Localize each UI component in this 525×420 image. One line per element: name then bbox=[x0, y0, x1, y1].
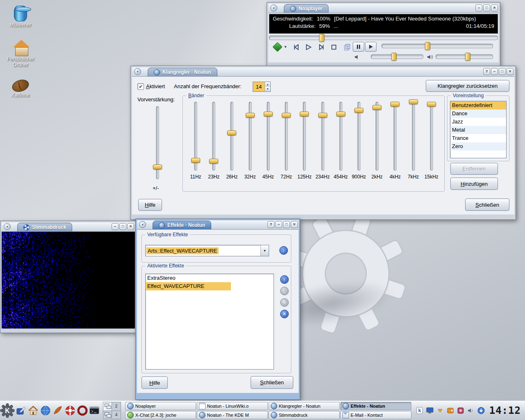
preset-item[interactable]: Benutzerdefiniert bbox=[450, 101, 506, 110]
slider-handle[interactable] bbox=[264, 112, 273, 116]
slider-handle[interactable] bbox=[465, 53, 470, 61]
pause-button[interactable] bbox=[353, 42, 364, 52]
taskbar-task-6[interactable]: Stimmabdruck bbox=[269, 411, 340, 419]
preamp-slider[interactable] bbox=[153, 105, 162, 180]
help-button[interactable]: Hilfe bbox=[138, 199, 162, 211]
eq-band-slider[interactable] bbox=[427, 101, 436, 171]
slider-handle[interactable] bbox=[354, 108, 363, 113]
clock[interactable]: 14:12 bbox=[489, 405, 521, 416]
tray-app-icon[interactable] bbox=[457, 406, 465, 415]
eq-band-slider[interactable] bbox=[372, 101, 381, 171]
taskbar-task-7[interactable]: E-Mail - Kontact bbox=[340, 411, 411, 419]
slider-handle[interactable] bbox=[191, 158, 200, 163]
slider-handle[interactable] bbox=[153, 164, 162, 169]
window-menu-button[interactable]: ▾ bbox=[134, 68, 141, 75]
help-button[interactable]: ? bbox=[267, 221, 274, 228]
pager-desktop-1[interactable]: 1 bbox=[103, 402, 112, 411]
slider-handle[interactable] bbox=[390, 102, 399, 107]
slider-handle[interactable] bbox=[319, 34, 324, 42]
quicklaunch-help-button[interactable] bbox=[64, 402, 76, 419]
tray-volume-icon[interactable] bbox=[467, 406, 475, 415]
preset-item[interactable]: Jazz bbox=[450, 118, 506, 126]
close-button[interactable]: ✕ bbox=[491, 5, 498, 11]
aktiviert-checkbox[interactable]: ✔ bbox=[137, 83, 144, 90]
add-effect-button[interactable]: ↓ bbox=[278, 245, 288, 255]
taskbar-task-4[interactable]: X-Chat [2.4.3]: joche bbox=[125, 411, 196, 419]
preset-item[interactable]: Trance bbox=[450, 134, 506, 142]
move-up-button[interactable]: ↑ bbox=[279, 274, 289, 284]
effect-item[interactable]: ExtraStereo bbox=[146, 274, 274, 282]
close-button[interactable]: ✕ bbox=[291, 221, 298, 228]
quicklaunch-home-button[interactable] bbox=[27, 402, 39, 419]
taskbar-task-5[interactable]: Noatun - The KDE M bbox=[197, 411, 268, 419]
tray-arrow-icon[interactable] bbox=[436, 406, 444, 415]
eq-band-slider[interactable] bbox=[300, 101, 309, 171]
window-menu-button[interactable]: ▾ bbox=[270, 5, 277, 11]
eq-band-slider[interactable] bbox=[227, 101, 236, 171]
minimize-button[interactable]: − bbox=[275, 221, 282, 228]
close-button[interactable]: Schließen bbox=[465, 199, 509, 211]
add-preset-button[interactable]: Hinzufügen bbox=[450, 178, 498, 190]
seek-slider[interactable] bbox=[269, 34, 498, 41]
desktop-icon-bean[interactable]: Kaffeine bbox=[1, 76, 40, 98]
dropdown-button[interactable]: ▼ bbox=[260, 245, 269, 256]
maximize-button[interactable]: □ bbox=[119, 223, 126, 230]
close-button[interactable]: ✕ bbox=[507, 68, 514, 75]
eq-band-slider[interactable] bbox=[246, 101, 255, 171]
quicklaunch-browser-button[interactable] bbox=[39, 402, 52, 419]
previous-button[interactable] bbox=[291, 43, 301, 52]
taskbar-task-1[interactable]: Noatun - LinuxWiki.o bbox=[197, 402, 268, 410]
taskbar-task-2[interactable]: Klangregler - Noatun bbox=[269, 402, 340, 410]
kmenu-button[interactable]: K bbox=[0, 402, 15, 420]
quicklaunch-pen-button[interactable] bbox=[15, 402, 27, 419]
tray-wallet-icon[interactable] bbox=[446, 406, 454, 415]
eq-band-slider[interactable] bbox=[318, 101, 327, 171]
slider-handle[interactable] bbox=[300, 112, 309, 116]
remove-effect-button[interactable]: ✕ bbox=[279, 309, 289, 319]
quicklaunch-terminal-button[interactable] bbox=[88, 402, 100, 419]
effects-titlebar[interactable]: ▾ Effekte - Noatun ? − □ ✕ bbox=[137, 220, 299, 230]
pager-desktop-3[interactable]: 3 bbox=[103, 411, 112, 419]
desktop-pager[interactable]: 1234 bbox=[103, 402, 121, 419]
eq-band-slider[interactable] bbox=[409, 101, 418, 171]
play-small-button[interactable] bbox=[365, 42, 377, 52]
slider-handle[interactable] bbox=[427, 102, 436, 107]
minimize-button[interactable]: − bbox=[475, 5, 482, 11]
move-down-button[interactable]: ↓ bbox=[279, 286, 289, 296]
slider-handle[interactable] bbox=[227, 130, 236, 135]
eq-band-slider[interactable] bbox=[264, 101, 273, 171]
quicklaunch-feather-button[interactable] bbox=[52, 402, 64, 419]
stop-button[interactable] bbox=[329, 43, 339, 52]
slider-handle[interactable] bbox=[336, 112, 345, 116]
reset-equalizer-button[interactable]: Klangregler zurücksetzen bbox=[426, 80, 509, 92]
maximize-button[interactable]: □ bbox=[499, 68, 506, 75]
slider-handle[interactable] bbox=[425, 42, 430, 50]
minimize-button[interactable]: − bbox=[491, 68, 498, 75]
band-count-spinbox[interactable]: 14 ▲ ▼ bbox=[253, 82, 271, 92]
pager-desktop-4[interactable]: 4 bbox=[112, 411, 120, 419]
slider-handle[interactable] bbox=[372, 105, 381, 110]
balance-slider[interactable] bbox=[371, 53, 423, 60]
eq-band-slider[interactable] bbox=[209, 101, 218, 171]
desktop-icon-trash[interactable]: Mülleimer bbox=[1, 3, 40, 28]
taskbar-task-3[interactable]: Effekte - Noatun bbox=[340, 402, 411, 410]
slider-handle[interactable] bbox=[209, 159, 218, 164]
help-button[interactable]: Hilfe bbox=[142, 377, 168, 389]
pitch-slider[interactable] bbox=[381, 43, 493, 49]
available-effects-combobox[interactable]: Arts::Effect_WAVECAPTURE ▼ bbox=[145, 245, 269, 256]
effect-item[interactable]: Effect_WAVECAPTURE bbox=[146, 282, 274, 290]
play-button[interactable] bbox=[304, 43, 313, 52]
desktop-icon-home[interactable]: Persönlicher Ordner bbox=[1, 39, 40, 68]
maximize-button[interactable]: □ bbox=[483, 5, 490, 11]
help-button[interactable]: ? bbox=[483, 68, 490, 75]
slider-handle[interactable] bbox=[391, 53, 397, 61]
noatun-menu-button[interactable] bbox=[272, 42, 282, 52]
eq-band-slider[interactable] bbox=[390, 101, 399, 171]
noaplayer-titlebar[interactable]: ▾ Noaplayer − □ ✕ bbox=[268, 4, 499, 13]
slider-handle[interactable] bbox=[318, 113, 327, 118]
eq-band-slider[interactable] bbox=[336, 101, 345, 171]
next-button[interactable] bbox=[317, 43, 326, 52]
taskbar-task-0[interactable]: Noaplayer bbox=[125, 402, 196, 410]
close-button[interactable]: ✕ bbox=[127, 223, 134, 230]
tray-download-icon[interactable] bbox=[477, 406, 485, 415]
